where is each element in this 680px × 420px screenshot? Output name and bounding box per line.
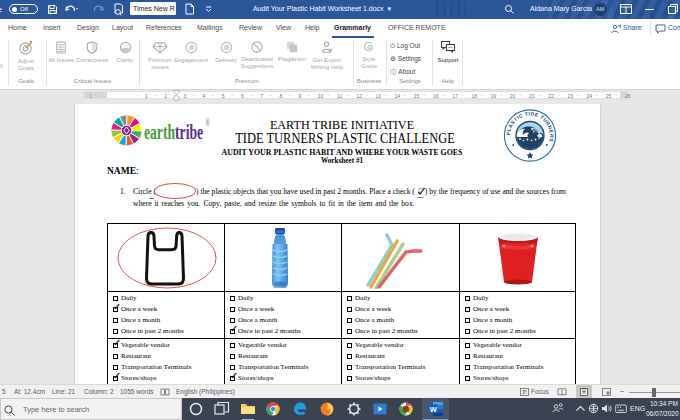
svg-text:earthtribe: earthtribe: [144, 119, 203, 143]
svg-text:W: W: [430, 405, 438, 414]
